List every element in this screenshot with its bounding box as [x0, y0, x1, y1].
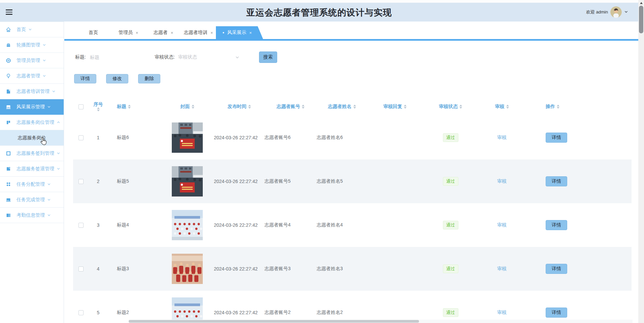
user-chevron-down-icon[interactable] — [624, 10, 628, 15]
column-header[interactable]: 发布时间 — [214, 104, 264, 110]
detail-row-button[interactable]: 详情 — [546, 220, 567, 230]
filter-bar: 标题: 审核状态: 审核状态 搜索 — [75, 51, 277, 63]
cover-photo[interactable] — [172, 297, 203, 323]
delete-button[interactable]: 删除 — [138, 74, 160, 83]
cover-photo[interactable] — [172, 254, 203, 284]
audit-link[interactable]: 审核 — [497, 135, 507, 141]
publish-time: 2024-03-26 22:27:42 — [214, 222, 264, 228]
tab-active[interactable]: ●风采展示× — [216, 26, 263, 39]
table-header: 序号标题封面发布时间志愿者账号志愿者姓名审核回复审核状态审核操作 — [73, 98, 632, 116]
tab-close-icon[interactable]: × — [211, 31, 213, 35]
sort-icon[interactable] — [192, 105, 194, 109]
detail-row-button[interactable]: 详情 — [546, 308, 567, 318]
tab-close-icon[interactable]: × — [171, 31, 173, 35]
sidebar-item[interactable]: 任务完成管理 — [0, 192, 64, 208]
audit-link[interactable]: 审核 — [497, 178, 507, 184]
sidebar-subitem[interactable]: 志愿服务岗位 — [0, 130, 64, 146]
chevron-down-icon — [47, 105, 51, 109]
tab-item[interactable]: 志愿者培训× — [181, 26, 216, 39]
sort-icon[interactable] — [557, 105, 559, 109]
position-icon — [6, 119, 11, 125]
cover-photo[interactable] — [172, 166, 203, 196]
row-checkbox[interactable] — [73, 223, 89, 228]
tab-close-icon[interactable]: × — [249, 31, 252, 35]
volunteer-name: 志愿者姓名3 — [317, 266, 367, 272]
sort-icon[interactable] — [404, 105, 407, 109]
edit-button[interactable]: 修改 — [106, 74, 128, 83]
audit-link[interactable]: 审核 — [497, 222, 507, 228]
tab-bar: 首页管理员×志愿者×志愿者培训×●风采展示× — [64, 22, 638, 41]
row-checkbox[interactable] — [73, 310, 89, 315]
row-checkbox[interactable] — [73, 179, 89, 184]
detail-button[interactable]: 详情 — [74, 74, 96, 83]
detail-row-button[interactable]: 详情 — [546, 264, 567, 274]
sidebar-item[interactable]: 风采展示管理 — [0, 99, 64, 115]
avatar[interactable] — [610, 6, 622, 18]
user-menu[interactable]: 欢迎 admin — [586, 6, 628, 18]
sidebar-item[interactable]: 任务分配管理 — [0, 177, 64, 192]
tab-item[interactable]: 管理员× — [111, 26, 146, 39]
column-header[interactable]: 审核回复 — [367, 104, 423, 110]
scroll-up-arrow-icon[interactable] — [640, 2, 643, 4]
status-badge: 通过 — [443, 133, 458, 142]
sort-icon[interactable] — [353, 105, 356, 109]
column-header[interactable]: 审核状态 — [423, 104, 478, 110]
sort-icon[interactable] — [248, 105, 251, 109]
table-row: 3标题4 2024-03-26 22:27:42志愿者账号4志愿者姓名4通过审核… — [73, 203, 632, 247]
cover-photo[interactable] — [172, 210, 203, 240]
chevron-down-icon — [42, 74, 46, 78]
row-index: 5 — [89, 310, 107, 315]
audit-link[interactable]: 审核 — [497, 310, 507, 316]
select-all-checkbox[interactable] — [73, 104, 89, 109]
attendance-icon — [6, 212, 11, 218]
column-header[interactable]: 标题 — [107, 104, 161, 110]
chevron-down-icon — [42, 59, 46, 62]
column-header[interactable]: 志愿者姓名 — [317, 104, 367, 110]
sidebar-item[interactable]: 首页 — [0, 22, 64, 37]
title-filter-input[interactable] — [90, 55, 140, 60]
search-button[interactable]: 搜索 — [259, 51, 277, 63]
vertical-scrollbar-thumb[interactable] — [639, 6, 643, 33]
column-header[interactable]: 操作 — [525, 104, 632, 110]
tab-label: 首页 — [89, 30, 98, 36]
column-header[interactable]: 志愿者账号 — [264, 104, 317, 110]
chevron-down-icon — [28, 28, 32, 31]
status-filter-select[interactable]: 审核状态 — [178, 54, 239, 60]
row-checkbox[interactable] — [73, 135, 89, 140]
tab-close-icon[interactable]: × — [136, 31, 138, 35]
cover-photo[interactable] — [172, 122, 203, 153]
page-title: 亚运会志愿者管理系统的设计与实现 — [0, 7, 638, 19]
horizontal-scrollbar-thumb[interactable] — [129, 320, 419, 323]
sidebar-item[interactable]: 管理员管理 — [0, 53, 64, 68]
sidebar-item-label: 任务完成管理 — [17, 197, 45, 203]
sidebar-item[interactable]: 志愿者培训管理 — [0, 84, 64, 99]
sort-icon[interactable] — [128, 105, 131, 109]
volunteer-icon — [6, 73, 11, 79]
sidebar-item-label: 考勤信息管理 — [17, 212, 45, 218]
tab-item[interactable]: 志愿者× — [146, 26, 181, 39]
audit-link[interactable]: 审核 — [497, 266, 507, 272]
row-checkbox[interactable] — [73, 266, 89, 272]
sidebar-item[interactable]: 志愿服务签到管理 — [0, 146, 64, 161]
sidebar-item[interactable]: 考勤信息管理 — [0, 208, 64, 223]
sidebar-item[interactable]: 志愿服务岗位管理 — [0, 115, 64, 130]
column-header[interactable]: 序号 — [89, 102, 107, 111]
bulk-actions: 详情 修改 删除 — [74, 74, 160, 83]
sort-icon[interactable] — [506, 105, 509, 109]
sort-icon[interactable] — [302, 105, 304, 109]
sidebar-item[interactable]: 轮播图管理 — [0, 37, 64, 53]
horizontal-scrollbar[interactable] — [129, 320, 633, 323]
vertical-scrollbar[interactable] — [638, 0, 644, 323]
sort-icon[interactable] — [459, 105, 462, 109]
sidebar-item[interactable]: 志愿者管理 — [0, 68, 64, 84]
sidebar-item-label: 志愿服务签退管理 — [17, 166, 54, 172]
sidebar-item[interactable]: 志愿服务签退管理 — [0, 161, 64, 177]
column-header[interactable]: 封面 — [161, 104, 214, 110]
tab-label: 风采展示 — [227, 30, 246, 36]
tab-item[interactable]: 首页 — [76, 26, 111, 39]
sort-icon[interactable] — [97, 107, 100, 111]
detail-row-button[interactable]: 详情 — [546, 133, 567, 143]
column-header[interactable]: 审核 — [478, 104, 525, 110]
app-window: 亚运会志愿者管理系统的设计与实现 欢迎 admin 首页轮播图管理管理员管理志愿… — [0, 0, 644, 323]
detail-row-button[interactable]: 详情 — [546, 176, 567, 186]
